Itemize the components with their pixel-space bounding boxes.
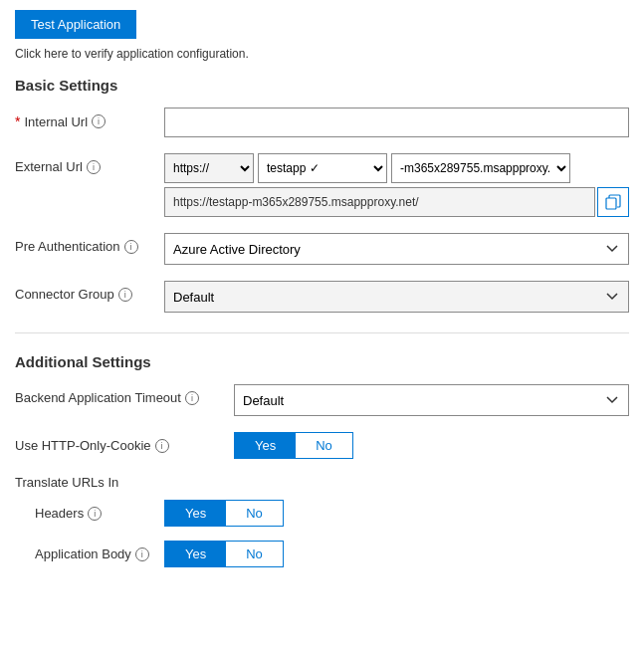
external-url-label: External Url i xyxy=(15,153,164,174)
connector-group-select[interactable]: Default xyxy=(164,281,629,313)
copy-url-button[interactable] xyxy=(597,187,629,217)
pre-auth-info-icon[interactable]: i xyxy=(124,240,138,254)
backend-timeout-row: Backend Application Timeout i Default Lo… xyxy=(15,384,629,416)
app-body-row: Application Body i Yes No xyxy=(15,541,284,567)
pre-auth-label: Pre Authentication i xyxy=(15,233,164,254)
backend-timeout-select[interactable]: Default Long xyxy=(234,384,629,416)
external-url-text: https://testapp-m365x289755.msappproxy.n… xyxy=(164,187,595,217)
headers-row: Headers i Yes No xyxy=(15,500,284,527)
connector-group-info-icon[interactable]: i xyxy=(118,288,132,302)
backend-timeout-control: Default Long xyxy=(234,384,629,416)
http-cookie-toggle: Yes No xyxy=(234,432,353,459)
basic-settings-title: Basic Settings xyxy=(15,77,629,94)
app-body-yes-button[interactable]: Yes xyxy=(165,542,226,566)
app-body-toggle: Yes No xyxy=(164,541,284,567)
external-url-row: External Url i https:// testapp ✓ -m365x… xyxy=(15,153,629,217)
pre-auth-select[interactable]: Azure Active Directory Passthrough xyxy=(164,233,629,265)
pre-auth-control: Azure Active Directory Passthrough xyxy=(164,233,629,265)
connector-group-label: Connector Group i xyxy=(15,281,164,302)
http-cookie-no-button[interactable]: No xyxy=(296,433,352,458)
headers-yes-button[interactable]: Yes xyxy=(165,501,226,526)
app-body-no-button[interactable]: No xyxy=(226,542,283,566)
headers-toggle: Yes No xyxy=(164,500,284,527)
internal-url-label: * Internal Url i xyxy=(15,108,164,129)
internal-url-input[interactable] xyxy=(164,108,629,137)
headers-label: Headers i xyxy=(35,506,164,521)
required-indicator: * xyxy=(15,113,20,129)
http-cookie-yes-button[interactable]: Yes xyxy=(235,433,296,458)
headers-info-icon[interactable]: i xyxy=(88,507,102,521)
section-divider xyxy=(15,332,629,333)
app-body-info-icon[interactable]: i xyxy=(135,547,149,561)
domain-select[interactable]: -m365x289755.msappproxy... xyxy=(391,153,570,183)
subdomain-select[interactable]: testapp ✓ xyxy=(258,153,387,183)
pre-auth-row: Pre Authentication i Azure Active Direct… xyxy=(15,233,629,265)
external-url-info-icon[interactable]: i xyxy=(87,160,101,174)
backend-timeout-label: Backend Application Timeout i xyxy=(15,384,234,405)
test-application-button[interactable]: Test Application xyxy=(15,10,136,39)
translate-urls-row: Translate URLs In Headers i Yes No Appli… xyxy=(15,475,629,581)
external-url-builder: https:// testapp ✓ -m365x289755.msapppro… xyxy=(164,153,629,183)
http-cookie-info-icon[interactable]: i xyxy=(155,439,169,453)
app-body-label: Application Body i xyxy=(35,546,164,561)
internal-url-control xyxy=(164,108,629,137)
connector-group-row: Connector Group i Default xyxy=(15,281,629,313)
connector-group-control: Default xyxy=(164,281,629,313)
http-cookie-control: Yes No xyxy=(234,432,629,459)
additional-settings-title: Additional Settings xyxy=(15,353,629,370)
backend-timeout-info-icon[interactable]: i xyxy=(185,391,199,405)
translate-urls-section: Translate URLs In xyxy=(15,475,234,490)
headers-no-button[interactable]: No xyxy=(226,501,283,526)
svg-rect-0 xyxy=(606,198,616,209)
copy-icon xyxy=(605,194,621,210)
internal-url-info-icon[interactable]: i xyxy=(92,114,106,128)
verify-text: Click here to verify application configu… xyxy=(15,47,629,61)
external-url-display: https://testapp-m365x289755.msappproxy.n… xyxy=(164,187,629,217)
translate-urls-label: Translate URLs In xyxy=(15,475,234,490)
external-url-control: https:// testapp ✓ -m365x289755.msapppro… xyxy=(164,153,629,217)
internal-url-row: * Internal Url i xyxy=(15,108,629,137)
protocol-select[interactable]: https:// xyxy=(164,153,254,183)
http-cookie-row: Use HTTP-Only-Cookie i Yes No xyxy=(15,432,629,459)
http-cookie-label: Use HTTP-Only-Cookie i xyxy=(15,432,234,453)
